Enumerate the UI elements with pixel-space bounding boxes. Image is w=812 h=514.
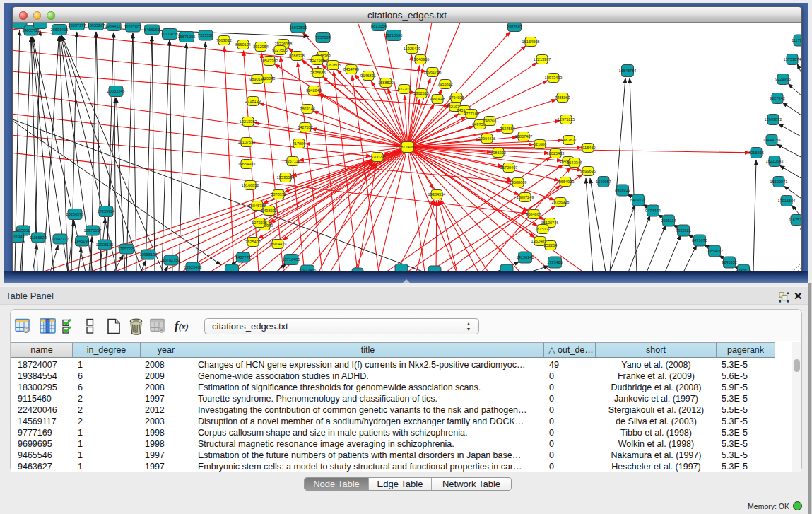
svg-text:9463627: 9463627 bbox=[561, 138, 577, 142]
svg-text:832203: 832203 bbox=[398, 87, 411, 91]
svg-text:13640910: 13640910 bbox=[412, 57, 430, 62]
svg-text:19654983: 19654983 bbox=[238, 162, 256, 166]
svg-text:10807487: 10807487 bbox=[515, 134, 533, 139]
svg-text:1145194: 1145194 bbox=[74, 239, 89, 243]
svg-text:25300275: 25300275 bbox=[369, 155, 387, 159]
svg-text:12213383: 12213383 bbox=[240, 119, 257, 124]
svg-text:10958107: 10958107 bbox=[140, 252, 158, 257]
svg-text:9474444: 9474444 bbox=[645, 209, 661, 213]
svg-text:1272236: 1272236 bbox=[252, 221, 267, 225]
svg-text:3875685: 3875685 bbox=[310, 71, 326, 75]
svg-text:2803144: 2803144 bbox=[300, 107, 315, 111]
svg-text:20697177: 20697177 bbox=[69, 23, 86, 28]
svg-text:10107552: 10107552 bbox=[238, 140, 256, 144]
svg-text:2367608: 2367608 bbox=[325, 63, 341, 67]
svg-text:15720407: 15720407 bbox=[500, 165, 518, 170]
svg-text:15751074: 15751074 bbox=[784, 57, 801, 62]
svg-text:16782759: 16782759 bbox=[163, 258, 180, 262]
svg-text:9115460: 9115460 bbox=[580, 146, 595, 150]
svg-text:19384554: 19384554 bbox=[428, 192, 446, 197]
svg-text:19844327: 19844327 bbox=[105, 24, 123, 28]
svg-text:252254: 252254 bbox=[544, 243, 558, 247]
svg-text:9227342: 9227342 bbox=[770, 96, 785, 100]
svg-text:18807249: 18807249 bbox=[517, 195, 534, 199]
svg-text:17016504: 17016504 bbox=[778, 199, 796, 203]
svg-text:10688609: 10688609 bbox=[510, 180, 527, 185]
svg-text:2087682: 2087682 bbox=[507, 25, 522, 29]
svg-text:7986322: 7986322 bbox=[490, 151, 506, 155]
svg-text:1640957: 1640957 bbox=[596, 180, 611, 184]
svg-text:16648784: 16648784 bbox=[619, 69, 637, 73]
svg-text:8454749: 8454749 bbox=[343, 67, 359, 71]
svg-text:6479197: 6479197 bbox=[630, 198, 646, 202]
svg-text:9329966: 9329966 bbox=[775, 77, 791, 81]
svg-text:8186328: 8186328 bbox=[289, 54, 305, 58]
svg-text:20756928: 20756928 bbox=[552, 200, 570, 204]
svg-text:9990448: 9990448 bbox=[430, 97, 445, 101]
svg-text:19218506: 19218506 bbox=[385, 33, 403, 37]
svg-text:10025433: 10025433 bbox=[547, 151, 565, 156]
svg-text:9245612: 9245612 bbox=[736, 268, 751, 271]
svg-text:12975115: 12975115 bbox=[558, 117, 575, 122]
svg-text:19166852: 19166852 bbox=[242, 183, 259, 187]
svg-text:12942737: 12942737 bbox=[52, 237, 69, 241]
svg-text:3912954: 3912954 bbox=[253, 45, 269, 49]
svg-text:12923468: 12923468 bbox=[184, 265, 202, 269]
svg-text:20364436: 20364436 bbox=[478, 136, 496, 141]
svg-text:3911943: 3911943 bbox=[13, 235, 25, 239]
svg-text:8215955: 8215955 bbox=[748, 151, 764, 155]
svg-text:6734028: 6734028 bbox=[449, 95, 464, 100]
svg-text:11325419: 11325419 bbox=[404, 47, 420, 51]
svg-text:17359924: 17359924 bbox=[98, 209, 115, 214]
svg-text:10543362: 10543362 bbox=[261, 59, 278, 63]
svg-text:20691406: 20691406 bbox=[51, 28, 69, 32]
svg-text:12444159: 12444159 bbox=[763, 138, 781, 142]
svg-text:15692971: 15692971 bbox=[770, 180, 788, 184]
svg-text:9457771: 9457771 bbox=[235, 255, 251, 259]
svg-text:7632621: 7632621 bbox=[676, 228, 691, 233]
svg-text:10973493: 10973493 bbox=[545, 76, 563, 80]
svg-text:19654923: 19654923 bbox=[557, 180, 575, 184]
svg-text:10719155: 10719155 bbox=[161, 32, 179, 36]
svg-text:3624554: 3624554 bbox=[500, 127, 515, 131]
svg-text:6466160: 6466160 bbox=[144, 28, 160, 32]
svg-text:1733426: 1733426 bbox=[547, 260, 563, 264]
svg-text:8471676: 8471676 bbox=[692, 238, 707, 243]
svg-text:11527602: 11527602 bbox=[124, 25, 141, 29]
svg-text:8813054: 8813054 bbox=[371, 24, 387, 28]
svg-text:7515526: 7515526 bbox=[198, 33, 213, 37]
svg-text:8938923: 8938923 bbox=[615, 188, 630, 192]
svg-text:11172411: 11172411 bbox=[792, 38, 801, 42]
svg-text:7625402: 7625402 bbox=[245, 240, 261, 244]
svg-text:9643344: 9643344 bbox=[567, 160, 582, 165]
svg-text:7485063: 7485063 bbox=[555, 95, 570, 100]
svg-text:417006: 417006 bbox=[293, 141, 306, 146]
svg-text:2718129: 2718129 bbox=[245, 99, 261, 103]
svg-text:16914479: 16914479 bbox=[269, 242, 287, 246]
svg-text:9890144: 9890144 bbox=[249, 77, 265, 81]
svg-text:11156829: 11156829 bbox=[30, 235, 47, 240]
svg-text:621600: 621600 bbox=[534, 142, 547, 146]
svg-text:5498222: 5498222 bbox=[261, 209, 277, 213]
svg-text:1167534: 1167534 bbox=[789, 218, 801, 222]
svg-text:15716485: 15716485 bbox=[283, 257, 300, 262]
svg-text:746266: 746266 bbox=[483, 119, 497, 123]
svg-text:9245652: 9245652 bbox=[722, 260, 737, 264]
svg-text:18724007: 18724007 bbox=[399, 145, 416, 149]
svg-text:3267110: 3267110 bbox=[285, 159, 300, 163]
svg-text:9699695: 9699695 bbox=[580, 169, 596, 173]
svg-text:9146821: 9146821 bbox=[360, 74, 376, 78]
svg-text:1362615: 1362615 bbox=[413, 91, 429, 95]
svg-text:9777169: 9777169 bbox=[464, 112, 479, 116]
svg-text:16046788: 16046788 bbox=[249, 204, 266, 208]
svg-text:10655267: 10655267 bbox=[88, 23, 105, 28]
svg-text:1615132: 1615132 bbox=[535, 227, 551, 231]
svg-text:16210643: 16210643 bbox=[766, 159, 784, 163]
svg-text:7357224: 7357224 bbox=[315, 35, 331, 40]
svg-text:7663822: 7663822 bbox=[216, 38, 232, 42]
svg-text:5878332: 5878332 bbox=[271, 192, 286, 197]
svg-text:16154808: 16154808 bbox=[522, 40, 540, 44]
svg-text:12213967: 12213967 bbox=[534, 57, 551, 62]
svg-text:20206576: 20206576 bbox=[66, 212, 84, 216]
svg-text:10975657: 10975657 bbox=[84, 228, 102, 233]
